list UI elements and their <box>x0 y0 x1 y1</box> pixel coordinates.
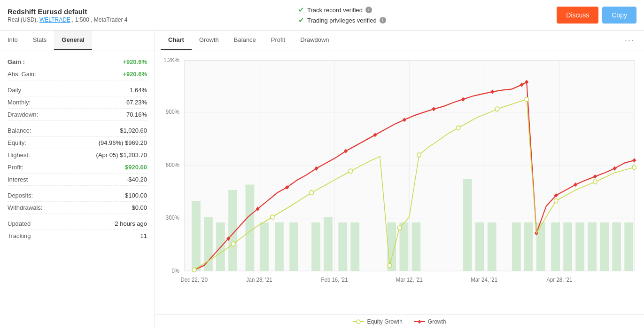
page-title: Redshift Eurusd default <box>8 8 127 16</box>
left-tabs: Info Stats General <box>0 31 155 50</box>
svg-rect-34 <box>338 222 347 271</box>
weltrade-link[interactable]: WELTRADE <box>39 16 70 23</box>
page-subtitle: Real (USD), WELTRADE , 1:500 , MetaTrade… <box>8 16 127 23</box>
growth-label: Growth <box>428 318 446 325</box>
profit-row: Profit: $920.60 <box>8 161 147 174</box>
svg-rect-43 <box>524 222 533 271</box>
chart-tab-chart[interactable]: Chart <box>161 31 192 50</box>
abs-gain-label: Abs. Gain: <box>8 71 36 78</box>
gain-row: Gain : +920.6% <box>8 56 147 68</box>
trading-privileges-badge: ✔ Trading privileges verified i <box>298 16 386 24</box>
copy-button[interactable]: Copy <box>602 7 636 24</box>
svg-rect-40 <box>475 222 484 271</box>
verification-badges: ✔ Track record verified i ✔ Trading priv… <box>298 6 386 24</box>
svg-text:Jan 28, '21: Jan 28, '21 <box>246 277 272 284</box>
svg-rect-32 <box>311 222 320 271</box>
svg-rect-35 <box>350 222 359 271</box>
subtitle-post: , 1:500 , MetaTrader 4 <box>70 16 128 23</box>
svg-point-72 <box>231 242 235 246</box>
svg-rect-50 <box>612 222 621 271</box>
main-content: Info Stats General Gain : +920.6% Abs. G… <box>0 31 644 329</box>
tab-info[interactable]: Info <box>0 31 25 50</box>
svg-rect-51 <box>624 222 633 271</box>
legend-growth: Growth <box>414 318 446 325</box>
balance-label: Balance: <box>8 127 31 134</box>
svg-point-83 <box>593 180 597 184</box>
info-icon-1[interactable]: i <box>365 7 372 13</box>
chart-tabs-nav: Chart Growth Balance Profit Drawdown ··· <box>155 31 644 50</box>
svg-point-79 <box>456 126 460 130</box>
chart-tab-drawdown[interactable]: Drawdown <box>293 31 336 50</box>
profit-value: $920.60 <box>125 164 147 171</box>
svg-text:Apr 28, '21: Apr 28, '21 <box>546 277 572 284</box>
drawdown-row: Drawdown: 70.16% <box>8 109 147 121</box>
svg-point-74 <box>310 190 313 195</box>
highest-row: Highest: (Apr 05) $1,203.70 <box>8 149 147 161</box>
chart-tab-profit[interactable]: Profit <box>264 31 293 50</box>
chart-legend: Equity Growth Growth <box>155 314 644 329</box>
info-icon-2[interactable]: i <box>380 17 386 24</box>
deposits-label: Deposits: <box>8 192 33 199</box>
monthly-value: 67.23% <box>126 99 147 106</box>
svg-point-78 <box>417 153 421 157</box>
svg-rect-45 <box>551 222 560 271</box>
svg-text:600%: 600% <box>166 161 180 168</box>
withdrawals-row: Withdrawals: $0.00 <box>8 202 147 214</box>
deposits-value: $100.00 <box>125 192 147 199</box>
svg-point-84 <box>632 165 636 169</box>
svg-text:1.2K%: 1.2K% <box>163 56 179 63</box>
svg-text:Feb 16, '21: Feb 16, '21 <box>321 277 348 284</box>
svg-point-80 <box>496 107 499 111</box>
svg-rect-49 <box>600 222 609 271</box>
abs-gain-row: Abs. Gain: +920.6% <box>8 68 147 80</box>
tab-general[interactable]: General <box>54 31 92 50</box>
monthly-label: Monthly: <box>8 99 31 106</box>
svg-rect-46 <box>563 222 572 271</box>
check-icon-2: ✔ <box>298 16 304 24</box>
trading-privileges-text: Trading privileges verified <box>307 17 377 24</box>
tab-stats[interactable]: Stats <box>25 31 54 50</box>
svg-text:Dec 22, '20: Dec 22, '20 <box>181 277 208 284</box>
updated-value: 2 hours ago <box>115 220 147 227</box>
drawdown-value: 70.16% <box>126 111 147 118</box>
svg-rect-41 <box>488 222 497 271</box>
equity-label: Equity: <box>8 139 26 146</box>
tracking-value: 11 <box>140 232 147 239</box>
page-header: Redshift Eurusd default Real (USD), WELT… <box>0 0 644 31</box>
svg-point-76 <box>388 263 392 268</box>
discuss-button[interactable]: Discuss <box>557 7 598 24</box>
svg-text:Mar 12, '21: Mar 12, '21 <box>396 277 423 284</box>
monthly-row: Monthly: 67.23% <box>8 96 147 109</box>
right-panel: Chart Growth Balance Profit Drawdown ··· <box>155 31 644 329</box>
balance-row: Balance: $1,020.60 <box>8 125 147 137</box>
svg-point-73 <box>271 215 274 219</box>
profit-label: Profit: <box>8 164 23 171</box>
highest-value: (Apr 05) $1,203.70 <box>96 151 147 159</box>
header-info: Redshift Eurusd default Real (USD), WELT… <box>8 8 127 23</box>
balance-value: $1,020.60 <box>120 127 147 134</box>
svg-rect-29 <box>260 222 269 271</box>
svg-point-82 <box>554 198 558 203</box>
chart-tab-balance[interactable]: Balance <box>226 31 264 50</box>
svg-rect-38 <box>412 222 421 271</box>
svg-marker-88 <box>418 320 421 324</box>
interest-row: Interest -$40.20 <box>8 174 147 186</box>
interest-label: Interest <box>8 176 28 183</box>
svg-rect-30 <box>275 222 284 271</box>
gain-label: Gain : <box>8 58 25 65</box>
daily-row: Daily 1.64% <box>8 84 147 96</box>
abs-gain-value: +920.6% <box>123 71 147 78</box>
withdrawals-label: Withdrawals: <box>8 204 42 211</box>
svg-point-86 <box>357 320 360 324</box>
equity-line-icon <box>353 319 364 325</box>
daily-label: Daily <box>8 87 21 94</box>
growth-line-icon <box>414 319 425 325</box>
svg-point-81 <box>525 97 528 102</box>
withdrawals-value: $0.00 <box>132 204 147 211</box>
svg-text:0%: 0% <box>171 267 179 274</box>
more-options-button[interactable]: ··· <box>621 32 638 49</box>
header-actions: Discuss Copy <box>557 7 636 24</box>
svg-rect-42 <box>512 222 521 271</box>
chart-tab-growth[interactable]: Growth <box>192 31 226 50</box>
tracking-label: Tracking <box>8 232 31 239</box>
